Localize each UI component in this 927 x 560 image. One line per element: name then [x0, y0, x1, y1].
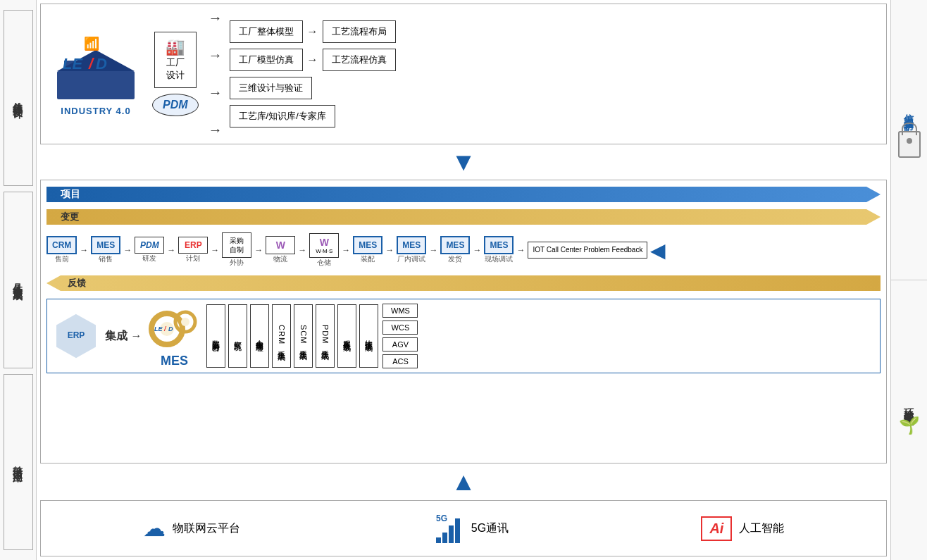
svg-text:LE: LE [154, 325, 163, 332]
right-bottom-section: 环境与能源监控 🌱 [891, 280, 927, 560]
project-label: 项目 [61, 188, 80, 201]
flow-row-2: 工厂模型仿真 → 工艺流程仿真 [230, 49, 881, 71]
left-sidebar: 总体规划设计 具体实施集成 前沿技术应用 [0, 0, 37, 560]
agv-box: AGV [382, 337, 418, 351]
5g-label: 5G通讯 [471, 521, 509, 536]
step-mes-debug: MES 厂内调试 [397, 236, 426, 264]
ai-label: Ai [709, 521, 723, 536]
int-box-3: CRM系统集成 [272, 304, 291, 368]
flow-row-4: 工艺库/知识库/专家库 [230, 105, 881, 127]
arrow-right-1: → [307, 25, 318, 38]
implementation-section: 项目 变更 CRM 售前 → [40, 180, 887, 463]
step-erp: ERP 计划 [178, 237, 208, 263]
sidebar-section-frontier: 前沿技术应用 [4, 374, 33, 550]
svg-point-14 [181, 318, 189, 326]
lead-logo-svg: LE / D 📶 [50, 32, 142, 103]
wcs-box: WCS [382, 321, 418, 335]
int-box-7: 物流系统集成 [359, 304, 378, 368]
step-warehouse: W W·M·S 仓储 [309, 233, 339, 268]
pdm-box: PDM [152, 94, 199, 116]
change-arrow: 变更 [46, 209, 881, 225]
sidebar-label-implementation: 具体实施集成 [12, 275, 25, 284]
int-box-4: SCM系统集成 [294, 304, 313, 368]
feedback-arrow: 反馈 [46, 275, 881, 291]
erp-hex-svg: ERP [51, 311, 101, 361]
svg-rect-3 [113, 68, 127, 99]
right-blue-arrow: ◀ [650, 239, 666, 262]
plant-icon: 🌱 [899, 416, 920, 435]
step-pdm: PDM 研发 [135, 237, 164, 263]
svg-rect-18 [436, 537, 441, 543]
step-mes-assembly: MES 装配 [353, 236, 382, 264]
sidebar-label-frontier: 前沿技术应用 [12, 458, 25, 466]
iot-box: IOT Call Center Problem Feedback [528, 242, 647, 259]
project-bar: 项目 [46, 185, 881, 204]
right-bottom-label: 环境与能源监控 [903, 400, 916, 410]
acs-box: ACS [382, 354, 418, 368]
5g-icon-svg: 5G [433, 513, 464, 545]
change-label: 变更 [61, 211, 79, 223]
purchase-box: 采购自制 [222, 232, 251, 258]
svg-text:D: D [168, 325, 173, 332]
mes-debug-box: MES [397, 236, 426, 254]
mes-ship-box: MES [440, 236, 470, 254]
flow-box-lib: 工艺库/知识库/专家库 [230, 105, 335, 127]
logistics-box: W [266, 236, 295, 254]
erp-hex: ERP [51, 311, 101, 361]
lock-container [898, 125, 921, 163]
planning-section: LE / D 📶 INDUSTRY 4.0 🏭 工厂 设计 PDM [40, 4, 887, 144]
cloud-icon: ☁ [143, 515, 166, 542]
mes-logo: LE / D MES [146, 304, 202, 368]
svg-text:D: D [96, 55, 107, 73]
blue-arrow-down: ▼ [40, 149, 887, 175]
flow-row-3: 三维设计与验证 [230, 77, 881, 99]
svg-text:📶: 📶 [84, 36, 100, 51]
flow-box-process-layout: 工艺流程布局 [323, 20, 396, 43]
flow-box-3d: 三维设计与验证 [230, 77, 312, 99]
arrow-right-2: → [307, 54, 318, 66]
ai-box: Ai [701, 516, 732, 541]
svg-text:5G: 5G [436, 514, 447, 523]
project-arrow: 项目 [46, 187, 881, 202]
sidebar-section-implementation: 具体实施集成 [4, 192, 33, 368]
mes-assembly-box: MES [353, 236, 382, 254]
mes-sales-box: MES [91, 236, 120, 254]
wms-group: WMS WCS AGV ACS [382, 304, 418, 368]
crm-box: CRM [46, 236, 77, 254]
integration-inner: ERP 集成 → [46, 299, 881, 373]
bottom-section: ☁ 物联网云平台 5G 5G通讯 Ai 人工智能 [40, 500, 887, 556]
lock-icon [898, 131, 921, 158]
change-bar: 变更 [46, 207, 881, 227]
erp-step-box: ERP [178, 237, 208, 254]
flow-box-factory-model: 工厂整体模型 [230, 20, 303, 43]
ai-desc: 人工智能 [739, 521, 784, 536]
integrate-arrow: 集成 → [105, 329, 142, 344]
pdm-step-box: PDM [135, 237, 164, 254]
step-mes-sales: MES 销售 [91, 236, 120, 264]
svg-text:LE: LE [63, 55, 83, 73]
int-box-1: 安灯系统 [228, 304, 247, 368]
step-logistics: W 物流 [266, 236, 295, 264]
flow-box-process-sim: 工艺流程仿真 [323, 49, 396, 71]
pdm-label: PDM [163, 99, 188, 111]
bottom-iot: ☁ 物联网云平台 [143, 515, 240, 542]
sidebar-label-planning: 总体规划设计 [12, 94, 25, 102]
step-mes-site: MES 现场调试 [484, 236, 514, 264]
svg-text:ERP: ERP [68, 330, 85, 340]
feedback-label: 反馈 [68, 277, 86, 290]
factory-design-label: 工厂 设计 [166, 56, 185, 82]
lead-logo: LE / D 📶 INDUSTRY 4.0 [46, 32, 145, 116]
step-mes-ship: MES 发货 [440, 236, 470, 264]
feedback-bar: 反馈 [46, 273, 881, 293]
flow-arrows-left: → → → → [209, 10, 223, 138]
integration-boxes: 数据采集与分析 安灯系统 全生命周期管理 CRM系统集成 SCM系统集成 PDM… [206, 304, 378, 368]
int-box-0: 数据采集与分析 [206, 304, 225, 368]
right-sidebar: 信息安全防护 环境与能源监控 🌱 [890, 0, 927, 560]
right-top-label: 信息安全防护 [903, 106, 916, 115]
flow-box-factory-sim: 工厂模型仿真 [230, 49, 303, 71]
factory-icon: 🏭 [166, 38, 185, 56]
industry-text: INDUSTRY 4.0 [61, 106, 130, 116]
step-purchase: 采购自制 外协 [222, 232, 251, 268]
iot-platform-label: 物联网云平台 [173, 521, 240, 536]
svg-rect-19 [442, 533, 447, 543]
